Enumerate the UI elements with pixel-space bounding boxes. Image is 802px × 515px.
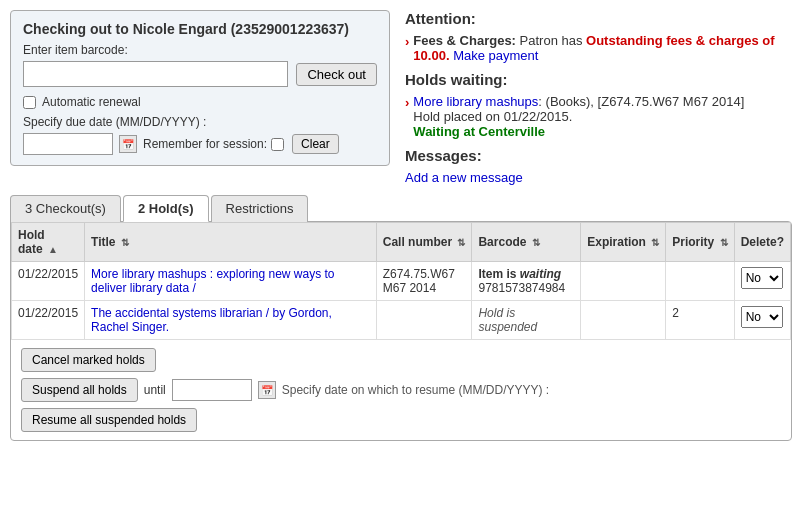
tab-holds[interactable]: 2 Hold(s) bbox=[123, 195, 209, 222]
barcode-input[interactable] bbox=[23, 61, 288, 87]
auto-renewal-checkbox[interactable] bbox=[23, 96, 36, 109]
col-barcode: Barcode ⇅ bbox=[472, 223, 581, 262]
hold-waiting-item: › More library mashups: (Books), [Z674.7… bbox=[405, 94, 792, 139]
fees-text: Patron has bbox=[520, 33, 583, 48]
barcode-label: Enter item barcode: bbox=[23, 43, 377, 57]
col-priority: Priority ⇅ bbox=[666, 223, 734, 262]
messages-heading: Messages: bbox=[405, 147, 792, 164]
left-panel: Checking out to Nicole Engard (235290012… bbox=[10, 10, 390, 185]
right-panel: Attention: › Fees & Charges: Patron has … bbox=[405, 10, 792, 185]
checkout-box: Checking out to Nicole Engard (235290012… bbox=[10, 10, 390, 166]
hold-title-link-2[interactable]: The accidental systems librarian / by Go… bbox=[91, 306, 332, 334]
auto-renewal-label: Automatic renewal bbox=[42, 95, 141, 109]
messages-section: Messages: Add a new message bbox=[405, 147, 792, 185]
item-waiting-text: Item is waiting bbox=[478, 267, 561, 281]
until-label: until bbox=[144, 383, 166, 397]
hold-title-cell-2: The accidental systems librarian / by Go… bbox=[85, 301, 377, 340]
remember-session-checkbox[interactable] bbox=[271, 138, 284, 151]
priority-cell-2: 2 bbox=[666, 301, 734, 340]
due-date-input[interactable] bbox=[23, 133, 113, 155]
barcode-row: Check out bbox=[23, 61, 377, 87]
add-message-link[interactable]: Add a new message bbox=[405, 170, 523, 185]
tabs-section: 3 Checkout(s) 2 Hold(s) Restrictions Hol… bbox=[0, 195, 802, 451]
arrow-icon: › bbox=[405, 34, 409, 49]
specify-resume-date-text: Specify date on which to resume (MM/DD/Y… bbox=[282, 383, 549, 397]
barcode-cell-1: Item is waiting9781573874984 bbox=[472, 262, 581, 301]
attention-box: Attention: › Fees & Charges: Patron has … bbox=[405, 10, 792, 63]
hold-title-link[interactable]: More library mashups bbox=[413, 94, 538, 109]
checkout-button[interactable]: Check out bbox=[296, 63, 377, 86]
delete-cell-1: No Yes bbox=[734, 262, 790, 301]
tab-content: Holddate ▲ Title ⇅ Call number ⇅ Barcode… bbox=[10, 221, 792, 441]
hold-date-text: Hold placed on 01/22/2015. bbox=[413, 109, 572, 124]
barcode-cell-2: Hold is suspended bbox=[472, 301, 581, 340]
col-title: Title ⇅ bbox=[85, 223, 377, 262]
col-call-number: Call number ⇅ bbox=[376, 223, 472, 262]
col-hold-date: Holddate ▲ bbox=[12, 223, 85, 262]
remember-session-label: Remember for session: bbox=[143, 137, 267, 151]
priority-cell-1 bbox=[666, 262, 734, 301]
expiration-cell-2 bbox=[581, 301, 666, 340]
hold-arrow-icon: › bbox=[405, 95, 409, 139]
resume-all-suspended-button[interactable]: Resume all suspended holds bbox=[21, 408, 197, 432]
tab-checkouts[interactable]: 3 Checkout(s) bbox=[10, 195, 121, 222]
suspend-all-holds-button[interactable]: Suspend all holds bbox=[21, 378, 138, 402]
due-date-label: Specify due date (MM/DD/YYYY) : bbox=[23, 115, 377, 129]
suspend-row: Suspend all holds until 📅 Specify date o… bbox=[21, 378, 549, 402]
attention-heading: Attention: bbox=[405, 10, 792, 27]
hold-detail: : (Books), [Z674.75.W67 M67 2014] bbox=[538, 94, 744, 109]
table-row: 01/22/2015 The accidental systems librar… bbox=[12, 301, 791, 340]
holds-table: Holddate ▲ Title ⇅ Call number ⇅ Barcode… bbox=[11, 222, 791, 340]
hold-suspended-text: Hold is suspended bbox=[478, 306, 537, 334]
holds-waiting-section: Holds waiting: › More library mashups: (… bbox=[405, 71, 792, 139]
call-number-cell-2 bbox=[376, 301, 472, 340]
delete-select-2[interactable]: No Yes bbox=[741, 306, 783, 328]
expiration-cell-1 bbox=[581, 262, 666, 301]
tab-restrictions[interactable]: Restrictions bbox=[211, 195, 309, 222]
delete-cell-2: No Yes bbox=[734, 301, 790, 340]
calendar-icon[interactable]: 📅 bbox=[119, 135, 137, 153]
call-number-cell-1: Z674.75.W67M67 2014 bbox=[376, 262, 472, 301]
col-expiration: Expiration ⇅ bbox=[581, 223, 666, 262]
action-buttons: Cancel marked holds Suspend all holds un… bbox=[11, 340, 791, 440]
hold-title-cell: More library mashups : exploring new way… bbox=[85, 262, 377, 301]
suspend-until-input[interactable] bbox=[172, 379, 252, 401]
hold-date-cell-2: 01/22/2015 bbox=[12, 301, 85, 340]
auto-renewal-row: Automatic renewal bbox=[23, 95, 377, 109]
tab-bar: 3 Checkout(s) 2 Hold(s) Restrictions bbox=[10, 195, 792, 222]
waiting-status: Waiting at Centerville bbox=[413, 124, 545, 139]
remember-session-row: Remember for session: Clear bbox=[143, 134, 339, 154]
make-payment-link[interactable]: Make payment bbox=[453, 48, 538, 63]
checkout-title: Checking out to Nicole Engard (235290012… bbox=[23, 21, 377, 37]
holds-waiting-heading: Holds waiting: bbox=[405, 71, 792, 88]
attention-fees-row: › Fees & Charges: Patron has Outstanding… bbox=[405, 33, 792, 63]
hold-date-cell: 01/22/2015 bbox=[12, 262, 85, 301]
fees-label: Fees & Charges: bbox=[413, 33, 516, 48]
cancel-marked-holds-button[interactable]: Cancel marked holds bbox=[21, 348, 156, 372]
clear-button[interactable]: Clear bbox=[292, 134, 339, 154]
due-date-row: 📅 Remember for session: Clear bbox=[23, 133, 377, 155]
col-delete: Delete? bbox=[734, 223, 790, 262]
delete-select-1[interactable]: No Yes bbox=[741, 267, 783, 289]
suspend-calendar-icon[interactable]: 📅 bbox=[258, 381, 276, 399]
hold-title-link-1[interactable]: More library mashups : exploring new way… bbox=[91, 267, 334, 295]
table-row: 01/22/2015 More library mashups : explor… bbox=[12, 262, 791, 301]
